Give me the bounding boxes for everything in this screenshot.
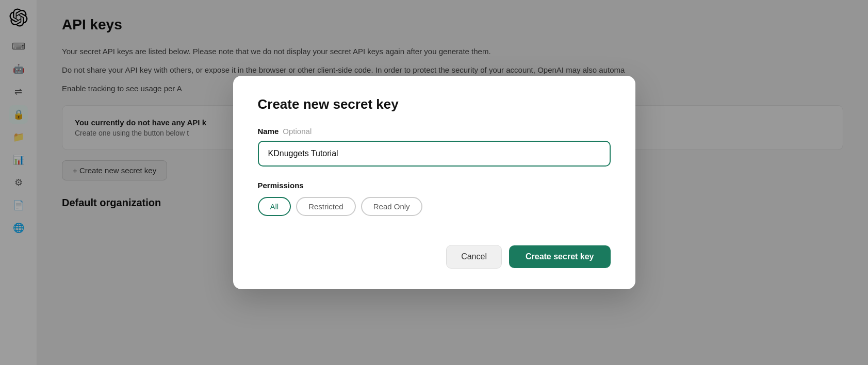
permission-readonly-tab[interactable]: Read Only bbox=[361, 197, 422, 216]
permissions-label: Permissions bbox=[258, 181, 611, 190]
name-optional-text: Optional bbox=[283, 127, 312, 136]
key-name-input[interactable] bbox=[258, 141, 611, 167]
name-field-label: Name Optional bbox=[258, 127, 611, 136]
name-label-text: Name bbox=[258, 127, 279, 136]
permission-all-tab[interactable]: All bbox=[258, 197, 291, 216]
permissions-tabs: All Restricted Read Only bbox=[258, 197, 611, 216]
cancel-button[interactable]: Cancel bbox=[446, 245, 502, 269]
modal-overlay[interactable]: Create new secret key Name Optional Perm… bbox=[0, 0, 868, 365]
permissions-section: Permissions All Restricted Read Only bbox=[258, 181, 611, 216]
modal-footer: Cancel Create secret key bbox=[258, 245, 611, 269]
permission-restricted-tab[interactable]: Restricted bbox=[296, 197, 356, 216]
modal-title: Create new secret key bbox=[258, 96, 611, 112]
modal-dialog: Create new secret key Name Optional Perm… bbox=[233, 76, 635, 289]
create-secret-key-button[interactable]: Create secret key bbox=[509, 245, 611, 268]
